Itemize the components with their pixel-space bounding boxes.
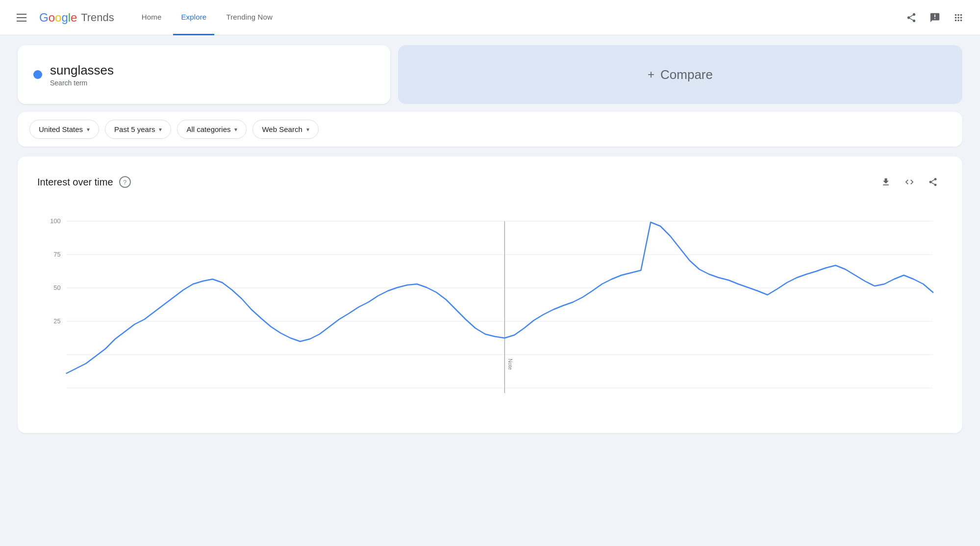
region-filter[interactable]: United States ▾ — [29, 120, 99, 139]
logo-g2: g — [61, 11, 68, 24]
note-text: Note — [507, 359, 513, 370]
feedback-button[interactable] — [925, 8, 945, 27]
trend-polyline — [67, 222, 933, 373]
search-type-filter[interactable]: Web Search ▾ — [252, 120, 318, 139]
time-label: Past 5 years — [114, 125, 155, 133]
logo-g: G — [39, 11, 49, 24]
y-label-25: 25 — [53, 317, 60, 325]
share-chart-button[interactable] — [923, 172, 943, 192]
time-arrow-icon: ▾ — [159, 126, 162, 133]
y-label-50: 50 — [53, 284, 60, 291]
nav-home[interactable]: Home — [134, 0, 170, 35]
chart-container: 100 75 50 25 Note — [37, 211, 943, 417]
chart-header: Interest over time ? — [37, 172, 943, 192]
embed-button[interactable] — [900, 172, 919, 192]
category-arrow-icon: ▾ — [234, 126, 237, 133]
help-icon[interactable]: ? — [119, 176, 131, 188]
menu-button[interactable] — [12, 8, 31, 27]
main-content: sunglasses Search term + Compare United … — [0, 35, 980, 443]
region-arrow-icon: ▾ — [87, 126, 90, 133]
logo-o2: o — [55, 11, 61, 24]
filters-bar: United States ▾ Past 5 years ▾ All categ… — [18, 112, 962, 147]
y-label-75: 75 — [53, 251, 60, 258]
y-label-100: 100 — [50, 217, 61, 225]
compare-label: Compare — [660, 67, 713, 82]
search-term: sunglasses — [50, 63, 114, 78]
chart-actions — [876, 172, 943, 192]
category-filter[interactable]: All categories ▾ — [177, 120, 247, 139]
logo-o1: o — [49, 11, 55, 24]
logo-e: e — [71, 11, 77, 24]
interest-chart: 100 75 50 25 Note — [37, 211, 943, 417]
download-button[interactable] — [876, 172, 896, 192]
search-type-label: Web Search — [262, 125, 302, 133]
time-filter[interactable]: Past 5 years ▾ — [105, 120, 171, 139]
header-actions — [902, 8, 968, 27]
nav-explore[interactable]: Explore — [173, 0, 214, 35]
chart-title: Interest over time — [37, 177, 113, 188]
trends-label: Trends — [78, 11, 114, 24]
apps-button[interactable] — [949, 8, 968, 27]
header: Google Trends Home Explore Trending Now — [0, 0, 980, 35]
share-button[interactable] — [902, 8, 921, 27]
search-box[interactable]: sunglasses Search term — [18, 45, 390, 104]
google-trends-logo[interactable]: Google Trends — [39, 11, 114, 25]
search-type-arrow-icon: ▾ — [306, 126, 309, 133]
chart-title-row: Interest over time ? — [37, 176, 131, 188]
nav-trending-now[interactable]: Trending Now — [218, 0, 280, 35]
search-type: Search term — [50, 79, 114, 87]
search-area: sunglasses Search term + Compare — [18, 45, 962, 104]
category-label: All categories — [186, 125, 230, 133]
search-dot — [33, 70, 42, 79]
region-label: United States — [39, 125, 83, 133]
compare-plus-icon: + — [648, 69, 654, 80]
compare-box[interactable]: + Compare — [398, 45, 962, 104]
main-nav: Home Explore Trending Now — [134, 0, 280, 35]
search-text-block: sunglasses Search term — [50, 63, 114, 87]
chart-section: Interest over time ? — [18, 156, 962, 433]
